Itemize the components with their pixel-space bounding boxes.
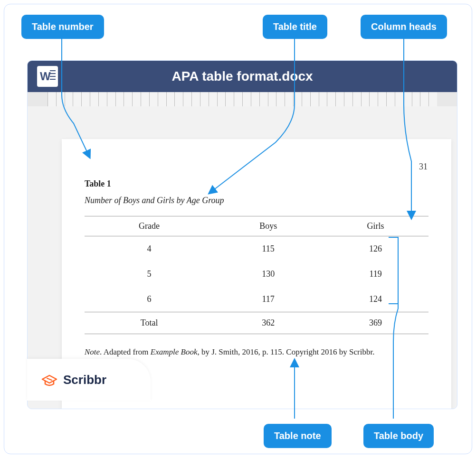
brand-name: Scribbr bbox=[63, 373, 106, 387]
cell-total-girls: 369 bbox=[323, 312, 428, 334]
table-title: Number of Boys and Girls by Age Group bbox=[85, 196, 428, 206]
col-head-girls: Girls bbox=[323, 216, 428, 236]
table-row: 6 117 124 bbox=[85, 287, 428, 312]
cell-total-boys: 362 bbox=[214, 312, 323, 334]
ruler bbox=[28, 92, 457, 106]
scribbr-icon bbox=[40, 373, 58, 387]
note-suffix: , by J. Smith, 2016, p. 115. Copyright 2… bbox=[197, 347, 374, 356]
apa-table: Grade Boys Girls 4 115 126 5 130 119 bbox=[85, 216, 428, 334]
document-filename: APA table format.docx bbox=[28, 69, 457, 84]
table-note: Note. Adapted from Example Book, by J. S… bbox=[85, 347, 428, 357]
note-book: Example Book bbox=[151, 347, 198, 356]
cell-girls: 124 bbox=[323, 287, 428, 312]
outer-frame: Table number Table title Column heads Ta… bbox=[4, 4, 472, 454]
callout-table-body: Table body bbox=[363, 424, 434, 448]
cell-grade: 4 bbox=[85, 236, 214, 262]
table-number: Table 1 bbox=[85, 179, 428, 189]
callout-table-title: Table title bbox=[263, 15, 327, 39]
cell-grade: 5 bbox=[85, 262, 214, 287]
callout-table-number: Table number bbox=[21, 15, 104, 39]
cell-girls: 119 bbox=[323, 262, 428, 287]
cell-girls: 126 bbox=[323, 236, 428, 262]
table-row: 4 115 126 bbox=[85, 236, 428, 262]
page-number: 31 bbox=[419, 162, 428, 172]
note-prefix: . Adapted from bbox=[100, 347, 151, 356]
table-header-row: Grade Boys Girls bbox=[85, 216, 428, 236]
table-row: 5 130 119 bbox=[85, 262, 428, 287]
cell-grade: 6 bbox=[85, 287, 214, 312]
cell-boys: 117 bbox=[214, 287, 323, 312]
table-total-row: Total 362 369 bbox=[85, 312, 428, 334]
titlebar: W APA table format.docx bbox=[28, 61, 457, 92]
cell-boys: 115 bbox=[214, 236, 323, 262]
cell-total-label: Total bbox=[85, 312, 214, 334]
callout-table-note: Table note bbox=[264, 424, 332, 448]
cell-boys: 130 bbox=[214, 262, 323, 287]
logo-corner: Scribbr bbox=[27, 359, 151, 401]
col-head-grade: Grade bbox=[85, 216, 214, 236]
col-head-boys: Boys bbox=[214, 216, 323, 236]
note-label: Note bbox=[85, 347, 100, 356]
document-window: W APA table format.docx 31 Table 1 Numbe… bbox=[27, 60, 457, 409]
callout-column-heads: Column heads bbox=[361, 15, 447, 39]
